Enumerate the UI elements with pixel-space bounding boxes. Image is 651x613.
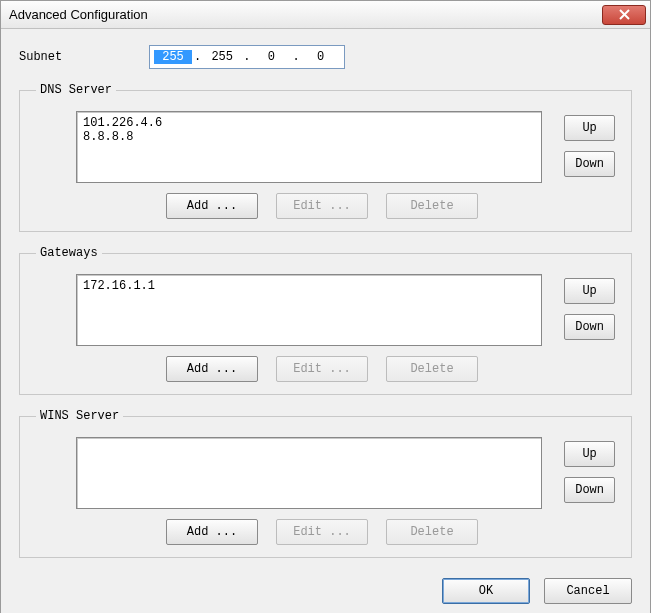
dns-group: DNS Server 101.226.4.6 8.8.8.8 Up Down A… xyxy=(19,83,632,232)
close-button[interactable] xyxy=(602,5,646,25)
subnet-octet-2[interactable] xyxy=(203,50,241,64)
wins-add-button[interactable]: Add ... xyxy=(166,519,258,545)
wins-delete-button[interactable]: Delete xyxy=(386,519,478,545)
ip-dot-icon: . xyxy=(241,50,252,64)
wins-group: WINS Server Up Down Add ... Edit ... Del… xyxy=(19,409,632,558)
subnet-octet-3[interactable] xyxy=(252,50,290,64)
wins-legend: WINS Server xyxy=(36,409,123,423)
gateways-legend: Gateways xyxy=(36,246,102,260)
titlebar: Advanced Configuration xyxy=(1,1,650,29)
dns-down-button[interactable]: Down xyxy=(564,151,615,177)
dns-legend: DNS Server xyxy=(36,83,116,97)
gateways-edit-button[interactable]: Edit ... xyxy=(276,356,368,382)
subnet-octet-1[interactable] xyxy=(154,50,192,64)
gateways-listbox[interactable]: 172.16.1.1 xyxy=(76,274,542,346)
ip-dot-icon: . xyxy=(192,50,203,64)
subnet-label: Subnet xyxy=(19,50,149,64)
close-icon xyxy=(619,9,630,20)
dns-edit-button[interactable]: Edit ... xyxy=(276,193,368,219)
gateways-group: Gateways 172.16.1.1 Up Down Add ... Edit… xyxy=(19,246,632,395)
dns-up-button[interactable]: Up xyxy=(564,115,615,141)
gateways-down-button[interactable]: Down xyxy=(564,314,615,340)
wins-edit-button[interactable]: Edit ... xyxy=(276,519,368,545)
wins-up-button[interactable]: Up xyxy=(564,441,615,467)
subnet-row: Subnet . . . xyxy=(19,45,632,69)
subnet-ip-input[interactable]: . . . xyxy=(149,45,345,69)
dns-delete-button[interactable]: Delete xyxy=(386,193,478,219)
subnet-octet-4[interactable] xyxy=(302,50,340,64)
wins-listbox[interactable] xyxy=(76,437,542,509)
cancel-button[interactable]: Cancel xyxy=(544,578,632,604)
gateways-up-button[interactable]: Up xyxy=(564,278,615,304)
ok-button[interactable]: OK xyxy=(442,578,530,604)
dialog-window: Advanced Configuration Subnet . . . DNS … xyxy=(0,0,651,613)
ip-dot-icon: . xyxy=(290,50,301,64)
gateways-add-button[interactable]: Add ... xyxy=(166,356,258,382)
gateways-delete-button[interactable]: Delete xyxy=(386,356,478,382)
wins-down-button[interactable]: Down xyxy=(564,477,615,503)
window-title: Advanced Configuration xyxy=(9,7,148,22)
dialog-body: Subnet . . . DNS Server 101.226.4.6 8.8.… xyxy=(1,29,650,613)
dns-listbox[interactable]: 101.226.4.6 8.8.8.8 xyxy=(76,111,542,183)
dns-add-button[interactable]: Add ... xyxy=(166,193,258,219)
dialog-footer: OK Cancel xyxy=(19,572,632,604)
